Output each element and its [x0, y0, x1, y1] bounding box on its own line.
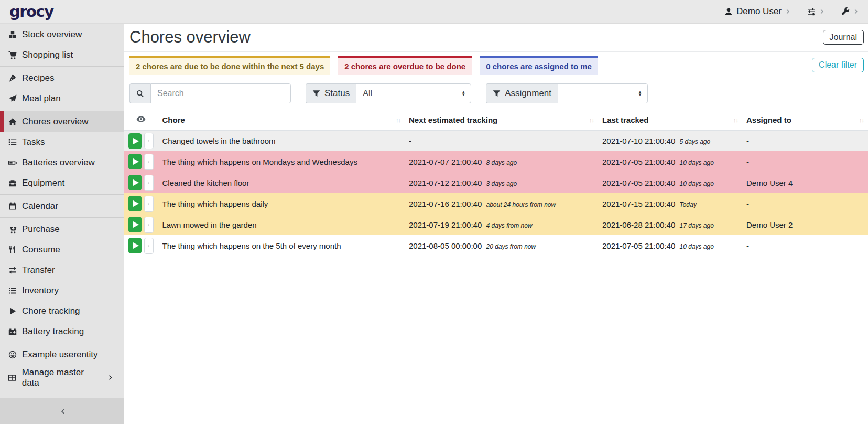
boxes-icon: [7, 30, 17, 39]
column-header-label: Assigned to: [746, 115, 791, 124]
next-tracking-cell: -: [405, 130, 598, 151]
column-header-label: Next estimated tracking: [409, 115, 497, 124]
sidebar-item-label: Tasks: [22, 137, 45, 147]
sidebar-item-chore-tracking[interactable]: Chore tracking: [0, 301, 124, 321]
sidebar-item-chores-overview[interactable]: Chores overview: [0, 111, 124, 132]
sidebar-item-tasks[interactable]: Tasks: [0, 132, 124, 152]
sidebar-item-label: Calendar: [22, 201, 58, 211]
sidebar-item-inventory[interactable]: Inventory: [0, 280, 124, 301]
alert-danger[interactable]: 2 chores are overdue to be done: [338, 56, 472, 75]
chevron-right-icon: [785, 8, 791, 15]
chore-name-cell: The thing which happens on the 5th of ev…: [158, 235, 405, 256]
next-tracking-cell: 2021-07-19 21:00:40 4 days from now: [405, 214, 598, 235]
timeago-text: 10 days ago: [679, 243, 713, 250]
sidebar-divider: [0, 66, 124, 67]
status-filter-group: Status All ▲▼: [306, 83, 471, 103]
grocy-logo[interactable]: grocy: [9, 4, 53, 19]
wrench-icon: [841, 7, 850, 16]
track-chore-button[interactable]: [128, 196, 142, 211]
ellipsis-vertical-icon: [148, 220, 150, 229]
assignment-select[interactable]: ▲▼: [558, 83, 648, 103]
sidebar-item-batteries-overview[interactable]: Batteries overview: [0, 152, 124, 173]
row-context-menu-button[interactable]: [144, 217, 153, 233]
sidebar-item-shopping-list[interactable]: Shopping list: [0, 45, 124, 65]
sidebar-item-meal-plan[interactable]: Meal plan: [0, 88, 124, 109]
ellipsis-vertical-icon: [148, 241, 150, 250]
chore-name-cell: The thing which happens daily: [158, 193, 405, 214]
filter-icon: [493, 90, 501, 98]
last-tracked-cell: 2021-07-10 21:00:40 5 days ago: [598, 130, 742, 151]
user-menu-label: Demo User: [736, 6, 782, 17]
chevron-left-icon: [59, 408, 66, 415]
sidebar-item-label: Chore tracking: [22, 306, 80, 316]
sort-icon[interactable]: ↑↓: [733, 117, 738, 123]
journal-button[interactable]: Journal: [823, 30, 864, 45]
play-icon: [7, 307, 17, 315]
sidebar-item-battery-tracking[interactable]: Battery tracking: [0, 321, 124, 342]
sidebar-item-recipes[interactable]: Recipes: [0, 68, 124, 88]
top-navbar: grocy Demo User: [0, 0, 868, 24]
select-arrows-icon: ▲▼: [457, 91, 465, 96]
track-chore-button[interactable]: [128, 217, 142, 232]
sidebar-divider: [0, 110, 124, 110]
sidebar-collapse-button[interactable]: [0, 398, 124, 424]
page-title: Chores overview: [129, 28, 251, 47]
sidebar-item-equipment[interactable]: Equipment: [0, 173, 124, 193]
calendar-icon: [7, 202, 17, 210]
status-select[interactable]: All ▲▼: [356, 83, 471, 103]
shopping-cart-icon: [7, 51, 17, 59]
row-context-menu-button[interactable]: [144, 175, 153, 191]
column-header-chore[interactable]: Chore↑↓: [158, 110, 405, 131]
sidebar-item-label: Shopping list: [22, 50, 73, 60]
track-chore-button[interactable]: [128, 154, 142, 169]
row-context-menu-button[interactable]: [144, 238, 153, 254]
column-header-assigned-to[interactable]: Assigned to↑↓: [742, 110, 868, 131]
column-visibility-header[interactable]: [124, 110, 158, 131]
row-context-menu-button[interactable]: [144, 196, 153, 212]
sort-icon[interactable]: ↑↓: [859, 117, 864, 123]
column-header-next-estimated-tracking[interactable]: Next estimated tracking↑↓: [405, 110, 598, 131]
row-context-menu-button[interactable]: [144, 133, 153, 149]
status-filter-label: Status: [306, 83, 356, 103]
timeago-text: 5 days ago: [679, 138, 710, 145]
status-label-text: Status: [324, 88, 350, 99]
sort-icon[interactable]: ↑↓: [589, 117, 594, 123]
play-icon: [133, 200, 139, 207]
sidebar-item-label: Consume: [22, 245, 60, 255]
sidebar-item-stock-overview[interactable]: Stock overview: [0, 24, 124, 45]
sort-icon[interactable]: ↑↓: [396, 117, 400, 123]
track-chore-button[interactable]: [128, 133, 142, 149]
sidebar-item-transfer[interactable]: Transfer: [0, 260, 124, 280]
clear-filter-button[interactable]: Clear filter: [812, 58, 864, 72]
search-input[interactable]: [150, 83, 291, 103]
assigned-to-cell: -: [742, 151, 868, 172]
track-chore-button[interactable]: [128, 238, 142, 253]
admin-menu[interactable]: [841, 7, 860, 16]
status-selected-value: All: [363, 89, 457, 98]
alert-warning[interactable]: 2 chores are due to be done within the n…: [129, 56, 330, 75]
last-tracked-cell: 2021-07-05 21:00:40 10 days ago: [598, 235, 742, 256]
table-row: The thing which happens on the 5th of ev…: [124, 235, 868, 256]
assigned-to-cell: -: [742, 235, 868, 256]
settings-menu[interactable]: [807, 7, 826, 16]
timeago-text: 20 days from now: [486, 243, 536, 250]
alert-info[interactable]: 0 chores are assigned to me: [480, 56, 598, 75]
play-icon: [133, 179, 139, 186]
table-row: Cleaned the kitchen floor2021-07-12 21:0…: [124, 172, 868, 193]
exchange-icon: [7, 266, 17, 274]
user-menu[interactable]: Demo User: [724, 6, 791, 17]
column-header-last-tracked[interactable]: Last tracked↑↓: [598, 110, 742, 131]
row-context-menu-button[interactable]: [144, 154, 153, 170]
sidebar-item-label: Example userentity: [22, 349, 98, 360]
search-prepend: [129, 83, 150, 103]
last-tracked-cell: 2021-07-05 21:00:40 10 days ago: [598, 151, 742, 172]
sidebar-item-purchase[interactable]: Purchase: [0, 219, 124, 239]
chevron-right-icon: [107, 374, 117, 381]
pizza-slice-icon: [7, 74, 17, 82]
sidebar-item-consume[interactable]: Consume: [0, 239, 124, 260]
track-chore-button[interactable]: [128, 175, 142, 190]
sidebar-item-manage-master-data[interactable]: Manage master data: [0, 367, 124, 388]
sidebar-item-example-userentity[interactable]: Example userentity: [0, 344, 124, 365]
next-tracking-cell: 2021-08-05 00:00:00 20 days from now: [405, 235, 598, 256]
sidebar-item-calendar[interactable]: Calendar: [0, 196, 124, 216]
